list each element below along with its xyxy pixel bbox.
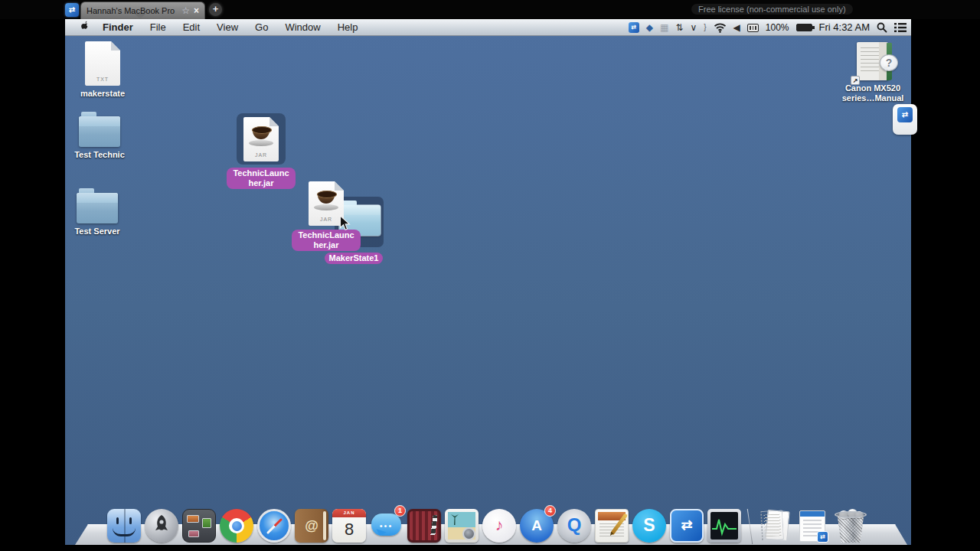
dock-divider (745, 506, 754, 543)
icon-label: Test Technic (74, 150, 125, 160)
spotlight-icon[interactable] (877, 22, 887, 33)
stack-page (760, 510, 784, 540)
menu-bar-status: ⇄ ◆ ▦ ⇅ ∨ } ◀ 100% Fri 4:32 AM (629, 19, 906, 36)
divider-line (747, 509, 753, 544)
grid-icon[interactable]: ▦ (660, 19, 668, 36)
skype-s-icon: S (643, 515, 655, 535)
quicktime-q-icon: Q (567, 514, 582, 535)
teamviewer-menu-icon[interactable]: ⇄ (629, 22, 639, 33)
dock-skype[interactable]: S (632, 509, 666, 543)
icon-label: makerstate (80, 89, 125, 99)
icon-label: Canon MX520 series…Manual (838, 83, 907, 103)
dock-chrome[interactable] (220, 509, 253, 543)
jar-file-icon: JAR (243, 117, 279, 161)
teamviewer-icon: ⇄ (897, 107, 913, 122)
page-fold (111, 41, 120, 51)
text-file-icon: TXT (85, 41, 120, 86)
trash-mesh (836, 514, 865, 543)
card-header (800, 511, 825, 517)
dock-contacts[interactable]: @ (295, 509, 328, 543)
new-tab-button[interactable]: + (209, 3, 222, 16)
dock-photo-booth[interactable] (407, 509, 441, 543)
page-fold (270, 117, 279, 126)
coffee-saucer (314, 204, 338, 210)
favorite-star-icon[interactable]: ☆ (181, 6, 190, 15)
teamviewer-side-panel-tab[interactable]: ⇄ (893, 104, 917, 135)
dock-quicktime[interactable]: Q (557, 509, 591, 543)
wifi-icon[interactable] (714, 23, 727, 33)
file-type-badge: TXT (85, 77, 120, 82)
dock-teamviewer[interactable]: ⇄ (670, 509, 704, 543)
mission-window (202, 518, 211, 528)
menu-item-go[interactable]: Go (247, 19, 276, 36)
folder-icon (77, 193, 118, 223)
teamviewer-arrows-icon: ⇄ (681, 517, 692, 533)
finder-eye (116, 517, 119, 524)
mouse-cursor (339, 215, 351, 234)
dock-activity-monitor[interactable] (707, 509, 741, 543)
brace-icon: } (704, 19, 706, 36)
desktop-icon-makerstate[interactable]: TXT makerstate (68, 41, 137, 99)
page-fold (335, 181, 344, 191)
dock-mission-control[interactable] (182, 509, 216, 543)
dock-teamviewer-doc-stack[interactable]: ⇄ (795, 509, 829, 543)
dock-finder[interactable] (107, 509, 141, 543)
teamviewer-app-icon[interactable]: ⇄ (65, 3, 79, 17)
chrome-core (232, 521, 242, 531)
dropbox-icon[interactable]: ◆ (646, 19, 653, 36)
menu-item-help[interactable]: Help (329, 19, 367, 36)
apple-menu-icon[interactable] (74, 21, 94, 34)
mission-window (188, 530, 199, 537)
chevron-down-icon[interactable]: ∨ (690, 19, 697, 36)
coffee-saucer (249, 140, 273, 146)
dock-calendar[interactable]: JAN 8 (332, 509, 366, 543)
folder-icon (79, 116, 120, 147)
dock-trash[interactable] (833, 509, 868, 543)
desktop-icon-canon-manual[interactable]: ? ↗ Canon MX520 series…Manual (838, 42, 907, 103)
battery-icon[interactable] (796, 24, 812, 31)
menu-item-file[interactable]: File (142, 19, 175, 36)
dock-itunes[interactable]: ♪ (482, 509, 516, 543)
volume-icon[interactable]: ◀ (733, 19, 740, 36)
calendar-day: 8 (332, 517, 366, 541)
resize-arrows-icon[interactable]: ⇅ (675, 19, 683, 36)
desktop-icon-techniclauncher-selected[interactable]: JAR TechnicLauncher.jar (227, 113, 296, 189)
dock-app-store[interactable]: A 4 (520, 509, 554, 543)
at-sign: @ (295, 509, 328, 543)
menu-clock[interactable]: Fri 4:32 AM (819, 19, 870, 36)
icon-label-drop-target: MakerState1 (325, 253, 384, 264)
menu-item-view[interactable]: View (208, 19, 247, 36)
battery-percent: 100% (766, 19, 789, 36)
menu-bar: Finder File Edit View Go Window Help ⇄ ◆… (65, 19, 911, 36)
dock-messages[interactable]: ••• 1 (370, 509, 403, 543)
teamviewer-mini-icon: ⇄ (817, 531, 828, 543)
music-note-icon: ♪ (495, 516, 504, 533)
close-tab-icon[interactable]: × (194, 6, 199, 15)
dock: @ JAN 8 ••• 1 ♪ A 4 Q (107, 506, 868, 543)
finder-smile (113, 528, 136, 536)
menu-item-window[interactable]: Window (276, 19, 328, 36)
dock-safari[interactable] (257, 509, 291, 543)
notification-center-icon[interactable] (894, 23, 906, 32)
trash-rim (835, 511, 867, 518)
book-lines (861, 47, 879, 73)
dock-iphoto[interactable] (445, 509, 479, 543)
manual-book-icon: ? ↗ (857, 42, 889, 80)
menu-item-finder[interactable]: Finder (94, 19, 142, 36)
app-store-a-icon: A (531, 517, 542, 533)
file-type-badge: JAR (243, 152, 279, 158)
dock-documents-stack[interactable] (758, 509, 792, 543)
desktop-icon-test-technic[interactable]: Test Technic (65, 110, 134, 160)
display-menu-icon[interactable] (747, 24, 759, 32)
icon-label: Test Server (74, 227, 119, 236)
camera-lens-icon (462, 527, 475, 540)
dock-launchpad[interactable] (145, 509, 178, 543)
menu-item-edit[interactable]: Edit (175, 19, 208, 36)
coffee-cup-icon (318, 194, 335, 204)
icon-label-selected: TechnicLauncher.jar (227, 168, 296, 189)
dock-pages[interactable] (595, 509, 629, 543)
alias-arrow-icon: ↗ (851, 76, 860, 85)
desktop-icon-test-server[interactable]: Test Server (63, 187, 132, 236)
mission-window (187, 515, 199, 523)
session-tab-title: Hannah's MacBook Pro (87, 6, 178, 15)
